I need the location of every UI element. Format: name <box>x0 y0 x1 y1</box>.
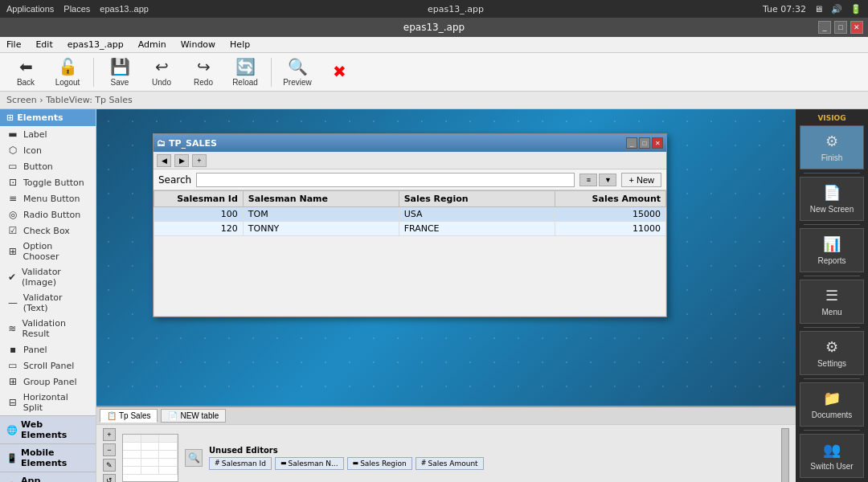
documents-icon: 📁 <box>823 390 841 407</box>
chip-sales-amount[interactable]: # Sales Amount <box>416 457 484 470</box>
search-submit-btn[interactable]: ▼ <box>599 174 616 186</box>
applications-menu[interactable]: Applications <box>6 4 54 14</box>
tp-sales-title-icon: 🗂 <box>157 138 166 149</box>
sidebar-item-check-box[interactable]: ☑ Check Box <box>0 223 96 239</box>
tp-sales-title-text: TP_SALES <box>169 138 217 149</box>
tp-nav-back[interactable]: ◀ <box>157 154 171 167</box>
rp-separator-4 <box>804 327 860 328</box>
val-res-text: Validation Result <box>23 318 89 339</box>
tp-add[interactable]: + <box>192 154 207 167</box>
switch-user-label: Switch User <box>810 462 853 471</box>
action-add[interactable]: + <box>103 428 116 441</box>
search-icon-btn[interactable]: ≡ <box>579 174 597 186</box>
undo-button[interactable]: ↩ Undo <box>142 55 181 89</box>
back-label: Back <box>17 78 35 87</box>
save-button[interactable]: 💾 Save <box>100 55 139 89</box>
rp-separator-1 <box>804 173 860 174</box>
rp-switch-user-button[interactable]: 👥 Switch User <box>800 434 864 478</box>
tab-tp-sales-label: Tp Sales <box>119 411 150 420</box>
bottom-tabs: 📋 Tp Sales 📄 NEW table <box>96 407 796 425</box>
tp-sales-titlebar[interactable]: 🗂 TP_SALES _ □ ✕ <box>154 134 666 152</box>
bottom-content: + − ✎ ↺ 🔍 Unused Editors <box>96 425 796 482</box>
action-refresh[interactable]: ↺ <box>103 474 116 482</box>
sidebar-item-icon[interactable]: ⬡ Icon <box>0 142 96 158</box>
table-row[interactable]: 100 TOM USA 15000 <box>154 207 666 222</box>
sidebar-cat-app[interactable]: 📦 App Elements <box>0 472 96 482</box>
sidebar-item-validation-result[interactable]: ≋ Validation Result <box>0 316 96 341</box>
menu-file[interactable]: File <box>3 38 24 51</box>
val-img-icon: ✔ <box>6 272 18 283</box>
menu-edit[interactable]: Edit <box>32 38 55 51</box>
chip-sales-region[interactable]: ▬ Sales Region <box>347 457 412 470</box>
sidebar-cat-web[interactable]: 🌐 Web Elements <box>0 415 96 443</box>
app-title: epas13_.app <box>428 4 484 14</box>
menu-admin[interactable]: Admin <box>135 38 170 51</box>
tab-new-table[interactable]: 📄 NEW table <box>161 409 226 423</box>
app-menu[interactable]: epas13..app <box>100 4 149 14</box>
table-row-empty <box>154 236 666 317</box>
tp-minimize[interactable]: _ <box>626 137 637 149</box>
tp-search-bar: Search ≡ ▼ + New <box>154 170 666 190</box>
chip-salesman-name[interactable]: ▬ Salesman N... <box>275 457 344 470</box>
rp-documents-button[interactable]: 📁 Documents <box>800 382 864 427</box>
sidebar-item-toggle-button[interactable]: ⊡ Toggle Button <box>0 174 96 190</box>
rp-settings-button[interactable]: ⚙ Settings <box>800 331 864 375</box>
menu-rp-icon: ☰ <box>825 287 838 304</box>
back-button[interactable]: ⬅ Back <box>6 55 45 89</box>
new-button[interactable]: + New <box>621 173 661 187</box>
tp-close[interactable]: ✕ <box>652 137 663 149</box>
tab-tp-sales[interactable]: 📋 Tp Sales <box>100 409 158 423</box>
preview-button[interactable]: 🔍 Preview <box>278 55 317 89</box>
rp-separator-2 <box>804 224 860 225</box>
redo-button[interactable]: ↪ Redo <box>184 55 223 89</box>
menu-app[interactable]: epas13_.app <box>64 38 127 51</box>
sidebar-item-validator-text[interactable]: — Validator (Text) <box>0 290 96 316</box>
action-edit[interactable]: ✎ <box>103 459 116 472</box>
sidebar-item-scroll-panel[interactable]: ▭ Scroll Panel <box>0 357 96 374</box>
sidebar-item-panel[interactable]: ▪ Panel <box>0 341 96 357</box>
rp-new-screen-button[interactable]: 📄 New Screen <box>800 177 864 221</box>
sidebar-item-button[interactable]: ▭ Button <box>0 158 96 174</box>
rp-menu-button[interactable]: ☰ Menu <box>800 280 864 324</box>
cell-name-2: TONNY <box>243 222 399 236</box>
undo-label: Undo <box>152 78 171 87</box>
reload-button[interactable]: 🔄 Reload <box>226 55 264 89</box>
sidebar-item-horizontal-split[interactable]: ⊟ Horizontal Split <box>0 390 96 415</box>
rp-reports-button[interactable]: 📊 Reports <box>800 228 864 272</box>
toolbar-separator-2 <box>271 58 272 87</box>
minimize-button[interactable]: _ <box>818 21 831 34</box>
maximize-button[interactable]: □ <box>834 21 847 34</box>
bottom-scrollbar[interactable] <box>781 428 789 482</box>
sidebar-elements-header[interactable]: ⊞ Elements <box>0 109 96 126</box>
logout-button[interactable]: 🔓 Logout <box>48 55 87 89</box>
sidebar-item-option-chooser[interactable]: ⊞ Option Chooser <box>0 239 96 264</box>
places-menu[interactable]: Places <box>63 4 90 14</box>
search-input[interactable] <box>196 173 575 187</box>
bottom-area: 📋 Tp Sales 📄 NEW table + − ✎ ↺ <box>96 406 796 482</box>
rp-finish-button[interactable]: ⚙ Finish <box>800 125 864 170</box>
chip-region-label: Sales Region <box>360 460 407 468</box>
extra-button[interactable]: ✖ <box>320 55 358 89</box>
tp-table-container[interactable]: Salesman Id Salesman Name Sales Region S… <box>154 190 666 317</box>
tp-nav-forward[interactable]: ▶ <box>174 154 189 167</box>
sidebar-item-validator-image[interactable]: ✔ Validator (Image) <box>0 264 96 290</box>
sidebar-item-group-panel[interactable]: ⊞ Group Panel <box>0 374 96 390</box>
table-row[interactable]: 120 TONNY FRANCE 11000 <box>154 222 666 236</box>
sidebar-item-label[interactable]: ▬ Label <box>0 126 96 142</box>
menu-window[interactable]: Window <box>178 38 219 51</box>
designer-canvas[interactable]: 🗂 TP_SALES _ □ ✕ ◀ ▶ + Search <box>96 109 796 406</box>
toggle-text: Toggle Button <box>23 178 84 188</box>
search-preview-icon[interactable]: 🔍 <box>185 449 203 467</box>
sidebar-item-radio-button[interactable]: ◎ Radio Button <box>0 206 96 223</box>
tp-sales-controls: _ □ ✕ <box>626 137 663 149</box>
sidebar-cat-mobile[interactable]: 📱 Mobile Elements <box>0 443 96 472</box>
chip-salesman-id[interactable]: # Salesman Id <box>209 457 272 470</box>
sidebar-item-menu-button[interactable]: ≡ Menu Button <box>0 190 96 206</box>
action-del[interactable]: − <box>103 443 116 456</box>
redo-icon: ↪ <box>197 57 211 76</box>
val-txt-text: Validator (Text) <box>23 292 89 313</box>
tp-maximize[interactable]: □ <box>639 137 650 149</box>
menu-help[interactable]: Help <box>227 38 253 51</box>
close-button[interactable]: ✕ <box>850 21 863 34</box>
logout-icon: 🔓 <box>58 57 78 76</box>
